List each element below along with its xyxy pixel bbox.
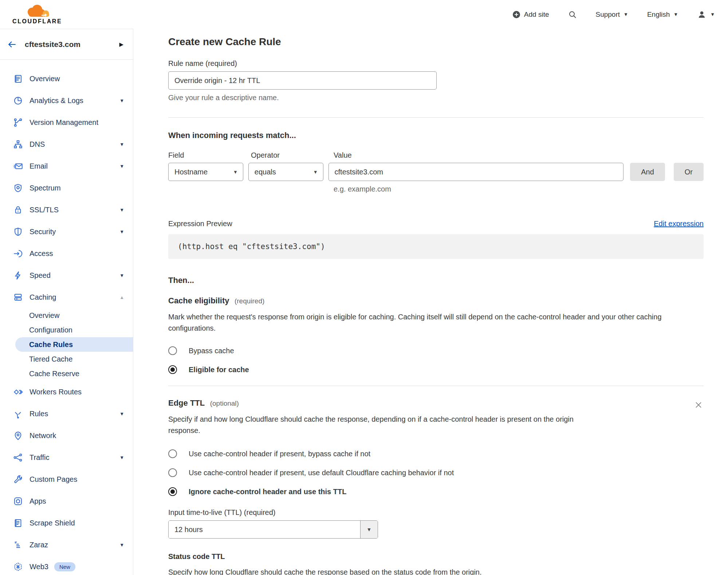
edge-ttl-option-1-label: Use cache-control header if present, byp… (189, 450, 370, 458)
sidebar-item-email[interactable]: Email ▼ (0, 155, 133, 177)
sidebar-item-workers-routes[interactable]: Workers Routes (0, 381, 133, 403)
chevron-down-icon: ▼ (313, 170, 318, 174)
sidebar-item-spectrum[interactable]: Spectrum (0, 177, 133, 199)
cloudflare-wordmark: CLOUDFLARE (12, 18, 62, 25)
sidebar-item-apps[interactable]: Apps (0, 490, 133, 512)
edge-ttl-option-2-radio[interactable] (168, 468, 177, 477)
sidebar-item-label: Zaraz (29, 541, 48, 549)
site-selector[interactable]: cftestsite3.com ▶ (0, 29, 133, 60)
ttl-input-label: Input time-to-live (TTL) (required) (168, 508, 704, 517)
site-name: cftestsite3.com (25, 40, 80, 49)
chevron-down-icon: ▼ (119, 164, 124, 169)
sidebar-item-scrape-shield[interactable]: Scrape Shield (0, 512, 133, 534)
sidebar-item-label: Overview (29, 75, 60, 83)
edge-ttl-optional-tag: (optional) (210, 399, 239, 407)
language-label: English (647, 11, 670, 19)
sidebar-item-rules[interactable]: Rules ▼ (0, 403, 133, 425)
chevron-down-icon: ▼ (119, 98, 124, 103)
sidebar-subitem-cache-rules[interactable]: Cache Rules (15, 337, 133, 352)
value-label: Value (334, 151, 352, 159)
account-menu[interactable]: ▼ (697, 10, 715, 19)
back-arrow-icon[interactable] (7, 40, 17, 49)
sidebar-item-label: Traffic (29, 453, 49, 462)
subitem-label: Cache Rules (29, 340, 73, 349)
support-menu[interactable]: Support ▼ (596, 11, 628, 19)
chevron-down-icon: ▼ (119, 542, 124, 548)
sidebar-item-zaraz[interactable]: Zaraz ▼ (0, 534, 133, 556)
language-menu[interactable]: English ▼ (647, 11, 678, 19)
match-heading: When incoming requests match... (168, 131, 704, 140)
pie-chart-icon (13, 96, 23, 106)
field-label: Field (168, 151, 246, 159)
then-heading: Then... (168, 276, 704, 285)
sidebar-item-speed[interactable]: Speed ▼ (0, 264, 133, 286)
operator-select[interactable]: equals ▼ (248, 163, 323, 181)
sidebar-item-label: Access (29, 249, 53, 258)
edge-ttl-option-3-radio[interactable] (168, 487, 177, 496)
chevron-down-icon: ▼ (673, 12, 678, 17)
chevron-down-icon: ▼ (119, 142, 124, 147)
search-icon (568, 10, 577, 19)
chevron-down-icon: ▼ (119, 207, 124, 213)
expression-code: (http.host eq "cftestsite3.com") (168, 234, 704, 259)
envelope-icon (13, 161, 23, 171)
status-code-ttl-description: Specify how long Cloudflare should cache… (168, 567, 704, 575)
cache-eligibility-required-tag: (required) (235, 297, 264, 305)
sidebar-item-access[interactable]: Access (0, 243, 133, 264)
close-edge-ttl-button[interactable] (694, 401, 703, 411)
sidebar-item-analytics-logs[interactable]: Analytics & Logs ▼ (0, 90, 133, 111)
sidebar-subitem-configuration[interactable]: Configuration (0, 323, 133, 337)
sidebar-item-caching[interactable]: Caching ▲ (0, 286, 133, 308)
shield-gear-icon (13, 183, 23, 193)
operator-label: Operator (251, 151, 328, 159)
add-site-button[interactable]: Add site (512, 11, 549, 19)
app-box-icon (13, 496, 23, 506)
chevron-down-icon[interactable]: ▼ (360, 521, 378, 538)
sidebar-item-label: Security (29, 228, 56, 236)
search-button[interactable] (568, 10, 577, 19)
rule-name-help: Give your rule a descriptive name. (168, 94, 704, 102)
main-content: Create new Cache Rule Rule name (require… (133, 29, 728, 575)
sidebar-item-label: Scrape Shield (29, 519, 75, 527)
sidebar-item-ssl-tls[interactable]: SSL/TLS ▼ (0, 199, 133, 221)
chevron-down-icon: ▼ (119, 229, 124, 235)
sidebar-subitem-tiered-cache[interactable]: Tiered Cache (0, 352, 133, 366)
lightning-icon (13, 271, 23, 280)
sidebar-item-label: Speed (29, 271, 51, 280)
ttl-select[interactable]: 12 hours ▼ (168, 520, 378, 539)
field-select[interactable]: Hostname ▼ (168, 163, 243, 181)
bypass-cache-radio[interactable] (168, 346, 177, 355)
value-input[interactable] (328, 163, 624, 181)
sidebar-item-custom-pages[interactable]: Custom Pages (0, 468, 133, 490)
sidebar-item-overview[interactable]: Overview (0, 68, 133, 90)
cache-eligibility-description: Mark whether the request's response from… (168, 311, 704, 334)
eligible-for-cache-radio[interactable] (168, 365, 177, 374)
edge-ttl-description: Specify if and how long Cloudflare shoul… (168, 414, 602, 436)
edge-ttl-option-3-label: Ignore cache-control header and use this… (189, 488, 346, 496)
subitem-label: Overview (29, 311, 59, 320)
chevron-right-icon[interactable]: ▶ (119, 41, 123, 48)
sitemap-icon (13, 139, 23, 149)
value-help: e.g. example.com (334, 185, 704, 193)
sidebar-subitem-cache-reserve[interactable]: Cache Reserve (0, 366, 133, 381)
chevron-down-icon: ▼ (233, 170, 238, 174)
sidebar-item-security[interactable]: Security ▼ (0, 221, 133, 243)
sidebar-item-network[interactable]: Network (0, 425, 133, 446)
chevron-down-icon: ▼ (623, 12, 628, 17)
edit-expression-link[interactable]: Edit expression (654, 220, 704, 228)
sidebar: cftestsite3.com ▶ Overview Analytics & L… (0, 29, 133, 575)
edge-ttl-heading: Edge TTL (168, 398, 205, 407)
sidebar-item-web3[interactable]: Web3 New (0, 556, 133, 575)
and-button[interactable]: And (630, 163, 665, 181)
sidebar-subitem-caching-overview[interactable]: Overview (0, 308, 133, 323)
or-button[interactable]: Or (674, 163, 704, 181)
cloudflare-logo[interactable]: CLOUDFLARE (12, 4, 62, 25)
sidebar-item-traffic[interactable]: Traffic ▼ (0, 446, 133, 468)
sidebar-item-dns[interactable]: DNS ▼ (0, 133, 133, 155)
edge-ttl-option-1-radio[interactable] (168, 449, 177, 458)
sidebar-item-version-management[interactable]: Version Management (0, 111, 133, 133)
page-title: Create new Cache Rule (168, 36, 704, 48)
rule-name-input[interactable] (168, 71, 437, 90)
share-network-icon (13, 453, 23, 462)
status-code-ttl-heading: Status code TTL (168, 552, 704, 561)
